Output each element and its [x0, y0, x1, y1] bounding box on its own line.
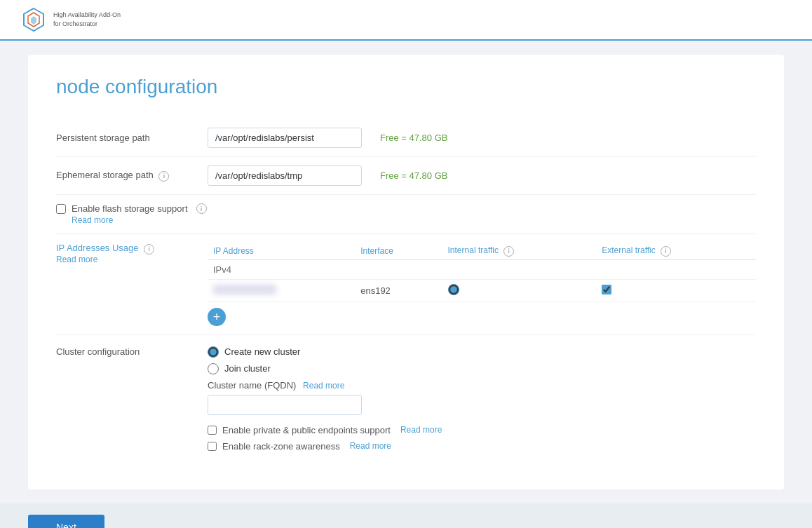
persistent-storage-input[interactable] — [208, 128, 362, 148]
ip-type-row: IPv4 — [208, 259, 756, 279]
flash-storage-row: Enable flash storage support i Read more — [56, 195, 756, 234]
cluster-name-label: Cluster name (FQDN) Read more — [208, 380, 756, 391]
flash-storage-label: Enable flash storage support — [72, 203, 188, 214]
header: High Availability Add-On for Orchestrato… — [0, 0, 812, 41]
rack-zone-label: Enable rack-zone awareness — [222, 441, 340, 452]
ephemeral-storage-input[interactable] — [208, 165, 362, 186]
ip-address-cell — [208, 279, 355, 302]
interface-col-header: Interface — [355, 243, 442, 259]
ephemeral-info-icon[interactable]: i — [158, 171, 169, 182]
footer-bar: Next — [0, 503, 812, 529]
ip-col-header: IP Address — [208, 243, 355, 259]
add-ip-button[interactable]: + — [208, 308, 226, 326]
cluster-options-col: Create new cluster Join cluster Cluster … — [208, 346, 756, 457]
ephemeral-storage-row: Ephemeral storage path i Free = 47.80 GB — [56, 157, 756, 195]
ephemeral-storage-label: Ephemeral storage path i — [56, 170, 196, 182]
header-text: High Availability Add-On for Orchestrato… — [53, 11, 121, 28]
internal-traffic-col-header: Internal traffic i — [442, 243, 597, 259]
flash-storage-checkbox[interactable] — [56, 204, 66, 214]
ip-label-col: IP Addresses Usage i Read more — [56, 243, 196, 326]
join-cluster-radio[interactable] — [208, 363, 219, 374]
ip-addresses-info-icon[interactable]: i — [144, 244, 154, 255]
cluster-config-label: Cluster configuration — [56, 346, 196, 457]
endpoints-checkbox-row: Enable private & public endpoints suppor… — [208, 425, 756, 435]
endpoints-read-more[interactable]: Read more — [400, 425, 442, 435]
endpoints-label: Enable private & public endpoints suppor… — [222, 425, 391, 435]
persistent-storage-free: Free = 47.80 GB — [380, 133, 447, 143]
ip-table: IP Address Interface Internal traffic i … — [208, 243, 756, 302]
persistent-storage-row: Persistent storage path Free = 47.80 GB — [56, 119, 756, 157]
table-row: ens192 — [208, 279, 756, 302]
persistent-storage-label: Persistent storage path — [56, 133, 196, 143]
external-traffic-checkbox[interactable] — [602, 285, 611, 295]
ip-addresses-section: IP Addresses Usage i Read more IP Addres… — [56, 234, 756, 335]
cluster-name-read-more[interactable]: Read more — [303, 381, 344, 391]
next-button[interactable]: Next — [28, 515, 104, 529]
internal-traffic-radio[interactable] — [448, 284, 459, 295]
endpoints-checkbox[interactable] — [208, 426, 217, 435]
rack-zone-checkbox-row: Enable rack-zone awareness Read more — [208, 441, 756, 452]
blurred-ip — [213, 285, 276, 295]
ip-table-col: IP Address Interface Internal traffic i … — [208, 243, 756, 326]
rack-zone-checkbox[interactable] — [208, 442, 217, 451]
svg-marker-2 — [31, 16, 36, 25]
rack-zone-read-more[interactable]: Read more — [350, 441, 391, 451]
ephemeral-storage-free: Free = 47.80 GB — [380, 170, 447, 181]
external-traffic-cell — [596, 279, 756, 302]
ip-type-cell: IPv4 — [208, 259, 355, 279]
main-content: node configuration Persistent storage pa… — [28, 55, 784, 489]
form-section: Persistent storage path Free = 47.80 GB … — [56, 119, 756, 468]
flash-storage-info-icon[interactable]: i — [196, 203, 207, 214]
ip-addresses-label: IP Addresses Usage — [56, 243, 139, 253]
cluster-config-section: Cluster configuration Create new cluster… — [56, 335, 756, 468]
create-cluster-option: Create new cluster — [208, 346, 756, 358]
interface-cell: ens192 — [355, 279, 442, 302]
page-title: node configuration — [56, 76, 756, 98]
internal-traffic-cell — [442, 279, 597, 302]
join-cluster-option: Join cluster — [208, 363, 756, 374]
app-logo — [21, 7, 46, 32]
internal-traffic-info-icon[interactable]: i — [503, 246, 514, 257]
create-cluster-label: Create new cluster — [224, 346, 300, 357]
cluster-name-input[interactable] — [208, 395, 362, 415]
flash-storage-read-more[interactable]: Read more — [72, 215, 756, 225]
join-cluster-label: Join cluster — [224, 363, 271, 374]
create-cluster-radio[interactable] — [208, 346, 219, 358]
ip-addresses-read-more[interactable]: Read more — [56, 255, 196, 264]
external-traffic-col-header: External traffic i — [596, 243, 756, 259]
external-traffic-info-icon[interactable]: i — [661, 246, 671, 257]
